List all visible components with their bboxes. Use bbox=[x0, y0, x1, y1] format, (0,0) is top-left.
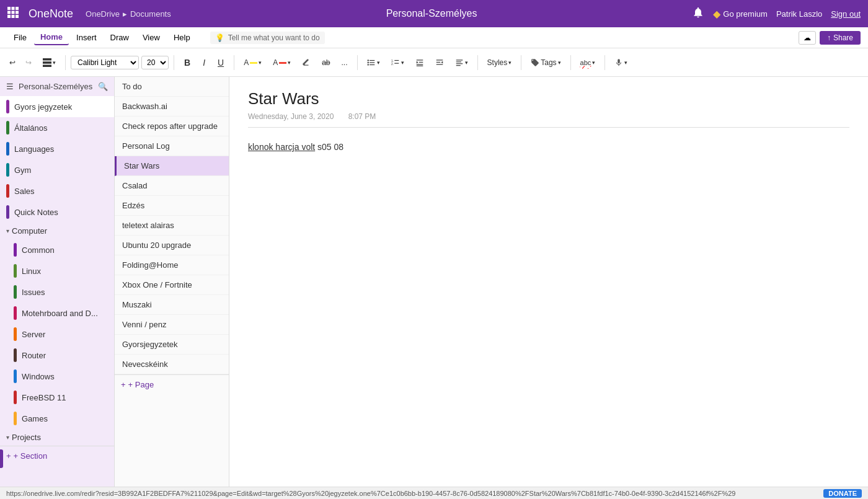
hamburger-icon[interactable]: ☰ bbox=[6, 82, 14, 91]
search-icon[interactable]: 🔍 bbox=[98, 82, 108, 91]
donate-button[interactable]: DONATE bbox=[823, 489, 862, 498]
status-url: https://onedrive.live.com/redir?resid=3B… bbox=[6, 490, 735, 497]
svg-rect-9 bbox=[43, 58, 51, 61]
page-item-personal-log[interactable]: Personal Log bbox=[115, 136, 229, 156]
section-tab-games bbox=[14, 412, 17, 425]
sidebar-item-router[interactable]: Router bbox=[0, 345, 114, 366]
svg-point-12 bbox=[367, 60, 368, 61]
breadcrumb-documents[interactable]: Documents bbox=[130, 9, 171, 19]
page-item-edzes[interactable]: Edzés bbox=[115, 196, 229, 216]
page-item-check-repos[interactable]: Check repos after upgrade bbox=[115, 117, 229, 136]
svg-rect-19 bbox=[394, 60, 399, 60]
sign-out-link[interactable]: Sign out bbox=[831, 9, 861, 19]
outdent-button[interactable] bbox=[411, 56, 428, 69]
sidebar-item-quick-notes[interactable]: Quick Notes bbox=[0, 201, 114, 223]
font-color-button[interactable]: A ▾ bbox=[268, 56, 295, 69]
page-item-star-wars[interactable]: Star Wars bbox=[115, 156, 229, 176]
sidebar-item-altalanos[interactable]: Általános bbox=[0, 117, 114, 138]
eraser-button[interactable] bbox=[298, 56, 315, 69]
highlight-button[interactable]: A ▾ bbox=[239, 56, 266, 69]
svg-rect-32 bbox=[456, 61, 461, 62]
more-button[interactable]: ... bbox=[337, 56, 352, 69]
svg-rect-10 bbox=[43, 61, 51, 64]
share-icon: ↑ bbox=[827, 33, 831, 42]
align-button[interactable]: ▾ bbox=[451, 56, 472, 69]
sidebar-item-linux[interactable]: Linux bbox=[0, 260, 114, 281]
sidebar-item-gyors-jegyzetek[interactable]: Gyors jegyzetek bbox=[0, 96, 114, 117]
cloud-save-button[interactable]: ☁ bbox=[799, 31, 816, 45]
svg-point-14 bbox=[367, 61, 368, 63]
font-family-selector[interactable]: Calibri Light bbox=[71, 56, 139, 69]
menu-item-file[interactable]: File bbox=[7, 30, 33, 45]
styles-button[interactable]: Styles ▾ bbox=[483, 56, 516, 69]
note-title: Star Wars bbox=[248, 89, 849, 108]
dictate-button[interactable]: ▾ bbox=[610, 56, 632, 69]
add-page-button[interactable]: + + Page bbox=[115, 374, 229, 394]
spelling-button[interactable]: abc ▾ bbox=[576, 56, 600, 69]
page-item-teletext[interactable]: teletext alairas bbox=[115, 216, 229, 236]
font-size-selector[interactable]: 20 bbox=[141, 56, 169, 69]
menu-item-view[interactable]: View bbox=[136, 30, 166, 45]
page-item-todo[interactable]: To do bbox=[115, 77, 229, 97]
sidebar-item-issues[interactable]: Issues bbox=[0, 281, 114, 302]
page-item-gyorsjegyzetek[interactable]: Gyorsjegyzetek bbox=[115, 335, 229, 355]
tags-button[interactable]: Tags ▾ bbox=[526, 56, 565, 69]
menu-item-home[interactable]: Home bbox=[34, 30, 69, 45]
page-item-venni[interactable]: Venni / penz bbox=[115, 315, 229, 335]
collapse-button[interactable]: ▾ bbox=[38, 56, 60, 69]
breadcrumb-onedrive[interactable]: OneDrive bbox=[86, 9, 120, 19]
group-label-projects: Projects bbox=[12, 433, 41, 442]
sidebar-item-server[interactable]: Server bbox=[0, 324, 114, 345]
underline-button[interactable]: U bbox=[213, 56, 229, 69]
svg-rect-2 bbox=[16, 7, 19, 10]
menu-item-insert[interactable]: Insert bbox=[70, 30, 103, 45]
search-bar[interactable]: 💡 Tell me what you want to do bbox=[210, 32, 325, 44]
undo-redo-group: ↩ ↪ bbox=[5, 56, 36, 69]
sidebar-item-motherboard[interactable]: Motehrboard and D... bbox=[0, 302, 114, 324]
sidebar-item-sales[interactable]: Sales bbox=[0, 180, 114, 201]
page-item-csalad[interactable]: Csalad bbox=[115, 176, 229, 196]
section-label-quick-notes: Quick Notes bbox=[14, 208, 58, 217]
menu-item-help[interactable]: Help bbox=[167, 30, 197, 45]
bold-button[interactable]: B bbox=[179, 56, 195, 69]
note-content[interactable]: klonok harcja volt s05 08 bbox=[248, 140, 849, 154]
sidebar-item-languages[interactable]: Languages bbox=[0, 138, 114, 159]
italic-button[interactable]: I bbox=[198, 56, 210, 69]
content-area[interactable]: Star Wars Wednesday, June 3, 2020 8:07 P… bbox=[229, 77, 868, 487]
group-header-projects[interactable]: ▾ Projects bbox=[0, 429, 114, 446]
sidebar-item-games[interactable]: Games bbox=[0, 408, 114, 429]
add-section-button[interactable]: + + Section bbox=[0, 446, 114, 466]
svg-text:2.: 2. bbox=[391, 62, 394, 65]
indent-button[interactable] bbox=[431, 56, 448, 69]
sidebar-item-freebsd[interactable]: FreeBSD 11 bbox=[0, 387, 114, 408]
premium-btn[interactable]: ◆ Go premium bbox=[713, 8, 768, 20]
page-item-xbox[interactable]: Xbox One / Fortnite bbox=[115, 275, 229, 295]
share-button[interactable]: ↑ Share bbox=[820, 31, 861, 45]
page-item-ubuntu[interactable]: Ubuntu 20 upgrade bbox=[115, 236, 229, 255]
section-label-languages: Languages bbox=[14, 144, 54, 154]
svg-marker-28 bbox=[441, 61, 443, 63]
section-label-freebsd: FreeBSD 11 bbox=[22, 393, 66, 402]
bullets-button[interactable]: ▾ bbox=[363, 56, 384, 69]
page-item-backwash[interactable]: Backwash.ai bbox=[115, 97, 229, 117]
chevron-down-icon: ▾ bbox=[624, 60, 627, 66]
undo-button[interactable]: ↩ bbox=[5, 56, 20, 69]
note-text-underlined: klonok harcja volt bbox=[248, 142, 315, 152]
menu-item-draw[interactable]: Draw bbox=[104, 30, 135, 45]
group-header-computer[interactable]: ▾ Computer bbox=[0, 223, 114, 239]
grid-icon[interactable]: ​ bbox=[7, 7, 19, 21]
svg-rect-8 bbox=[16, 15, 19, 18]
chevron-down-icon: ▾ bbox=[465, 60, 468, 66]
numbering-button[interactable]: 1.2. ▾ bbox=[387, 56, 409, 69]
page-item-folding[interactable]: Folding@Home bbox=[115, 255, 229, 275]
svg-rect-26 bbox=[416, 65, 423, 66]
sidebar-item-windows[interactable]: Windows bbox=[0, 366, 114, 387]
sidebar-item-common[interactable]: Common bbox=[0, 239, 114, 260]
redo-button[interactable]: ↪ bbox=[21, 56, 36, 69]
strikethrough-button[interactable]: ab bbox=[317, 56, 334, 69]
page-item-nevecskéink[interactable]: Nevecskéink bbox=[115, 355, 229, 374]
sidebar-item-gym[interactable]: Gym bbox=[0, 159, 114, 180]
page-item-muszaki[interactable]: Muszaki bbox=[115, 295, 229, 315]
section-label-linux: Linux bbox=[22, 267, 41, 276]
bell-icon[interactable] bbox=[692, 6, 704, 22]
